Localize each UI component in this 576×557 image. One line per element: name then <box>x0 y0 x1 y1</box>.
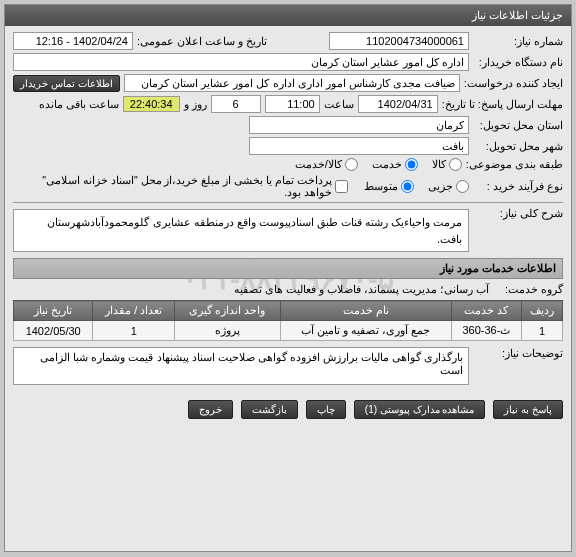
announce-label: تاریخ و ساعت اعلان عمومی: <box>137 35 267 48</box>
purchase-minor-option[interactable]: جزیی <box>428 180 469 193</box>
payment-checkbox[interactable] <box>335 180 348 193</box>
print-button[interactable]: چاپ <box>306 400 346 419</box>
th-qty: تعداد / مقدار <box>93 301 175 321</box>
creator-input[interactable] <box>124 74 460 92</box>
payment-note-text: پرداخت تمام یا بخشی از مبلغ خرید،از محل … <box>13 174 332 198</box>
days-label: روز و <box>184 98 207 111</box>
cell-row: 1 <box>522 321 563 341</box>
class-service-text: خدمت <box>372 158 402 171</box>
city-input[interactable] <box>249 137 469 155</box>
class-both-option[interactable]: کالا/خدمت <box>295 158 358 171</box>
cell-name: جمع آوری، تصفیه و تامین آب <box>280 321 451 341</box>
province-label: استان محل تحویل: <box>473 119 563 132</box>
notes-textarea[interactable] <box>13 347 469 385</box>
window-title: جزئیات اطلاعات نیاز <box>5 5 571 26</box>
cell-qty: 1 <box>93 321 175 341</box>
exit-button[interactable]: خروج <box>188 400 233 419</box>
city-label: شهر محل تحویل: <box>473 140 563 153</box>
days-input[interactable] <box>211 95 261 113</box>
class-service-option[interactable]: خدمت <box>372 158 418 171</box>
class-goods-option[interactable]: کالا <box>432 158 462 171</box>
deadline-time-input[interactable] <box>265 95 320 113</box>
th-name: نام خدمت <box>280 301 451 321</box>
remaining-label: ساعت باقی مانده <box>39 98 119 111</box>
countdown: 22:40:34 <box>123 96 180 112</box>
need-desc-label: شرح کلی نیاز: <box>473 207 563 220</box>
notes-label: توضیحات نیاز: <box>473 347 563 360</box>
cell-date: 1402/05/30 <box>14 321 93 341</box>
announce-input[interactable] <box>13 32 133 50</box>
payment-note-option[interactable]: پرداخت تمام یا بخشی از مبلغ خرید،از محل … <box>13 174 348 198</box>
th-unit: واحد اندازه گیری <box>175 301 280 321</box>
purchase-minor-radio[interactable] <box>456 180 469 193</box>
class-label: طبقه بندی موضوعی: <box>466 158 563 171</box>
th-row: ردیف <box>522 301 563 321</box>
table-row[interactable]: 1 ث-36-360 جمع آوری، تصفیه و تامین آب پر… <box>14 321 563 341</box>
attachments-button[interactable]: مشاهده مدارک پیوستی (1) <box>354 400 486 419</box>
creator-label: ایجاد کننده درخواست: <box>464 77 563 90</box>
purchase-type-label: نوع فرآیند خرید : <box>473 180 563 193</box>
class-service-radio[interactable] <box>405 158 418 171</box>
buyer-label: نام دستگاه خریدار: <box>473 56 563 69</box>
class-both-radio[interactable] <box>345 158 358 171</box>
th-code: کد خدمت <box>451 301 521 321</box>
buyer-input[interactable] <box>13 53 469 71</box>
cell-code: ث-36-360 <box>451 321 521 341</box>
time-label: ساعت <box>324 98 354 111</box>
deadline-date-input[interactable] <box>358 95 438 113</box>
contact-buyer-button[interactable]: اطلاعات تماس خریدار <box>13 75 120 92</box>
purchase-medium-text: متوسط <box>364 180 398 193</box>
purchase-minor-text: جزیی <box>428 180 453 193</box>
th-date: تاریخ نیاز <box>14 301 93 321</box>
deadline-label: مهلت ارسال پاسخ: تا تاریخ: <box>442 98 563 111</box>
class-both-text: کالا/خدمت <box>295 158 342 171</box>
province-input[interactable] <box>249 116 469 134</box>
respond-button[interactable]: پاسخ به نیاز <box>493 400 563 419</box>
purchase-medium-radio[interactable] <box>401 180 414 193</box>
cell-unit: پروژه <box>175 321 280 341</box>
services-table: ردیف کد خدمت نام خدمت واحد اندازه گیری ت… <box>13 300 563 341</box>
service-group-value: آب رسانی؛ مدیریت پسماند، فاضلاب و فعالیت… <box>234 283 489 296</box>
divider <box>13 202 563 203</box>
class-goods-radio[interactable] <box>449 158 462 171</box>
purchase-medium-option[interactable]: متوسط <box>364 180 414 193</box>
need-desc-box: مرمت واحیاءیک رشته قنات طبق اسنادپیوست و… <box>13 209 469 252</box>
back-button[interactable]: بازگشت <box>241 400 298 419</box>
services-section-header: اطلاعات خدمات مورد نیاز <box>13 258 563 279</box>
need-no-input[interactable] <box>329 32 469 50</box>
need-no-label: شماره نیاز: <box>473 35 563 48</box>
class-goods-text: کالا <box>432 158 446 171</box>
service-group-label: گروه خدمت: <box>493 283 563 296</box>
